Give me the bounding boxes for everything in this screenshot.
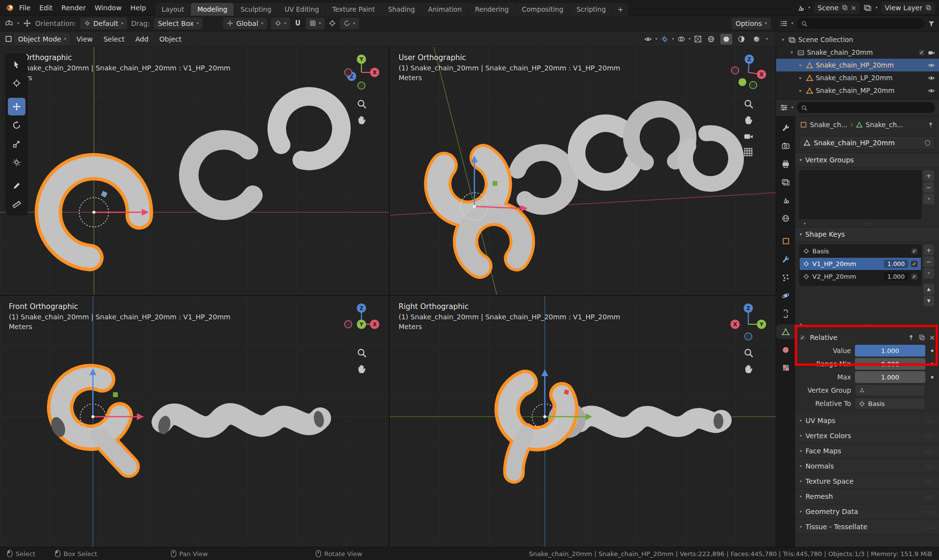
viewport-quadrant-top[interactable]: Top Orthographic (1) Snake_chain_20mm | … xyxy=(0,47,389,295)
menu-view[interactable]: View xyxy=(72,35,97,43)
fake-user-shield-icon[interactable] xyxy=(924,140,931,146)
shape-key-specials-button[interactable]: ▾ xyxy=(923,268,934,279)
panel-face-maps[interactable]: ▸ Face Maps :::: xyxy=(795,444,939,459)
drag-dropdown[interactable]: Select Box ▾ xyxy=(154,18,203,29)
disclosure-icon[interactable]: ▾ xyxy=(789,50,795,55)
tab-view-layer[interactable] xyxy=(776,175,795,189)
xray-toggle-icon[interactable] xyxy=(694,35,702,43)
panel-normals[interactable]: ▸ Normals :::: xyxy=(795,459,939,474)
tab-uv-editing[interactable]: UV Editing xyxy=(278,3,326,16)
resize-grip[interactable]: :::: xyxy=(864,321,873,328)
viewport-quadrant-right[interactable]: Right Orthographic (1) Snake_chain_20mm … xyxy=(390,296,776,547)
orientation-dropdown[interactable]: Default ▾ xyxy=(80,18,127,29)
vertex-groups-panel-header[interactable]: ▾ Vertex Groups xyxy=(795,153,939,167)
mesh-name-field[interactable]: Snake_chain_HP_20mm xyxy=(799,136,935,150)
shading-wireframe-button[interactable] xyxy=(705,34,717,45)
shading-rendered-button[interactable] xyxy=(751,34,762,45)
zoom-icon[interactable] xyxy=(357,348,367,358)
relative-to-field[interactable]: Basis xyxy=(855,398,925,409)
zoom-icon[interactable] xyxy=(743,348,754,358)
chevron-down-icon[interactable]: ▾ xyxy=(689,37,691,41)
pivot-point-dropdown[interactable]: ▾ xyxy=(271,18,290,29)
shape-keys-list[interactable]: Basis ✓ V1_HP_20mm 1.000 ✓ V2_HP_20mm 1.… xyxy=(799,245,921,286)
menu-add[interactable]: Add xyxy=(131,35,153,43)
proportional-falloff-dropdown[interactable]: ▾ xyxy=(340,18,359,29)
remove-vertex-group-button[interactable]: − xyxy=(923,182,934,193)
add-shape-key-button[interactable]: + xyxy=(923,245,934,255)
eye-icon[interactable] xyxy=(928,62,935,69)
tab-tool[interactable] xyxy=(776,120,795,135)
chevron-down-icon[interactable]: ▾ xyxy=(875,6,877,10)
visibility-icon[interactable] xyxy=(644,35,652,43)
panel-grip[interactable]: :::: xyxy=(925,448,934,454)
transform-tool-button[interactable] xyxy=(8,154,25,171)
axis-gizmo[interactable]: Z X xyxy=(728,52,769,93)
outliner-search[interactable] xyxy=(797,18,924,29)
collection-checkbox[interactable]: ✓ xyxy=(918,49,925,56)
zoom-icon[interactable] xyxy=(743,99,754,109)
shape-key-mute-checkbox[interactable]: ✓ xyxy=(911,248,917,254)
gizmos-icon[interactable] xyxy=(661,35,669,43)
tab-modifiers[interactable] xyxy=(776,252,795,267)
viewport-quadrant-user[interactable]: User Orthographic (1) Snake_chain_20mm |… xyxy=(390,47,776,295)
mesh-object-selected[interactable] xyxy=(49,370,129,467)
shape-key-row-v1[interactable]: V1_HP_20mm 1.000 ✓ xyxy=(800,258,921,270)
menu-render[interactable]: Render xyxy=(57,0,90,16)
disclosure-icon[interactable]: ▸ xyxy=(798,88,804,93)
tab-shading[interactable]: Shading xyxy=(381,3,422,16)
outliner-row-scene-collection[interactable]: ▾ Scene Collection xyxy=(776,33,939,46)
pan-hand-icon[interactable] xyxy=(743,115,754,125)
mesh-object-selected[interactable] xyxy=(496,369,577,473)
animate-dot-icon[interactable]: ● xyxy=(929,349,935,353)
shape-key-value[interactable]: 1.000 xyxy=(884,272,908,281)
annotate-tool-button[interactable] xyxy=(8,177,25,195)
pan-hand-icon[interactable] xyxy=(357,364,367,374)
clear-shape-keys-icon[interactable]: × xyxy=(929,334,935,341)
panel-grip[interactable]: :::: xyxy=(925,524,934,530)
panel-grip[interactable]: :::: xyxy=(925,478,934,485)
disclosure-icon[interactable]: ▸ xyxy=(798,63,804,67)
eye-icon[interactable] xyxy=(928,74,935,82)
panel-texture-space[interactable]: ▸ Texture Space :::: xyxy=(795,474,939,489)
tab-physics[interactable] xyxy=(776,288,795,303)
shape-keys-panel-header[interactable]: ▾ Shape Keys xyxy=(795,227,939,242)
chevron-down-icon[interactable]: ▾ xyxy=(655,37,657,41)
tab-world[interactable] xyxy=(776,211,795,225)
mesh-object-chain[interactable] xyxy=(156,410,325,436)
scene-selector[interactable]: Scene × xyxy=(814,2,860,14)
panel-vertex-colors[interactable]: ▸ Vertex Colors :::: xyxy=(795,428,939,444)
add-workspace-button[interactable]: + xyxy=(613,3,628,16)
tab-material[interactable] xyxy=(776,342,795,357)
camera-view-icon[interactable] xyxy=(743,131,754,141)
pan-hand-icon[interactable] xyxy=(743,364,754,374)
pin-shape-icon[interactable] xyxy=(908,334,915,341)
axis-gizmo[interactable]: Z Y X xyxy=(728,301,769,342)
menu-edit[interactable]: Edit xyxy=(35,0,57,16)
tab-constraints[interactable] xyxy=(776,306,795,321)
tab-object-data[interactable] xyxy=(776,324,795,339)
shape-key-value[interactable]: 1.000 xyxy=(884,260,908,268)
list-filter-toggle[interactable]: ▸ xyxy=(800,322,802,326)
move-shape-key-up-button[interactable]: ▲ xyxy=(923,284,934,294)
shading-solid-button[interactable] xyxy=(720,34,732,45)
select-box-tool-button[interactable] xyxy=(8,56,25,73)
panel-grip[interactable]: :::: xyxy=(925,463,934,470)
shape-key-edit-mode-icon[interactable] xyxy=(918,334,925,341)
outliner-row-object-mp[interactable]: ▸ Snake_chain_MP_20mm xyxy=(776,84,939,97)
panel-tissue-tessellate[interactable]: ▸ Tissue - Tessellate :::: xyxy=(795,519,939,535)
axis-gizmo[interactable]: Y X Z xyxy=(341,52,382,93)
list-filter-toggle[interactable]: ▸ xyxy=(804,222,806,225)
add-vertex-group-button[interactable]: + xyxy=(923,170,934,181)
pin-icon[interactable] xyxy=(927,121,934,128)
editor-type-icon[interactable] xyxy=(5,19,13,27)
tab-output[interactable] xyxy=(776,157,795,171)
shape-key-row-basis[interactable]: Basis ✓ xyxy=(800,245,921,258)
render-visibility-icon[interactable] xyxy=(928,49,935,56)
snap-magnet-icon[interactable] xyxy=(294,20,302,27)
chevron-down-icon[interactable]: ▾ xyxy=(766,37,768,41)
value-slider[interactable]: 1.000 xyxy=(855,345,925,357)
tab-texture[interactable] xyxy=(776,360,795,375)
vertex-group-field[interactable] xyxy=(855,384,925,396)
chevron-down-icon[interactable]: ▾ xyxy=(791,22,793,25)
vertex-group-specials-button[interactable]: ▾ xyxy=(923,194,934,204)
